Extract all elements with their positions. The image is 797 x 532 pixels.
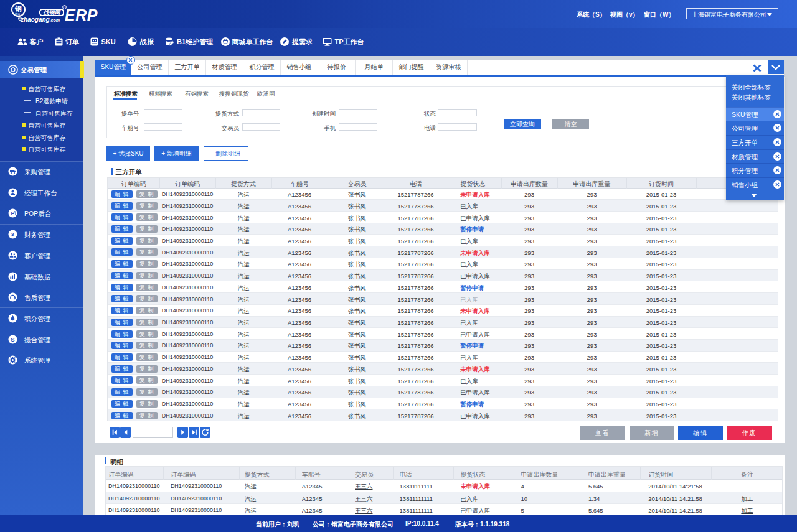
svg-text:¥: ¥ [11, 231, 15, 238]
svg-text:S: S [11, 336, 14, 343]
svg-text:P: P [11, 210, 14, 217]
